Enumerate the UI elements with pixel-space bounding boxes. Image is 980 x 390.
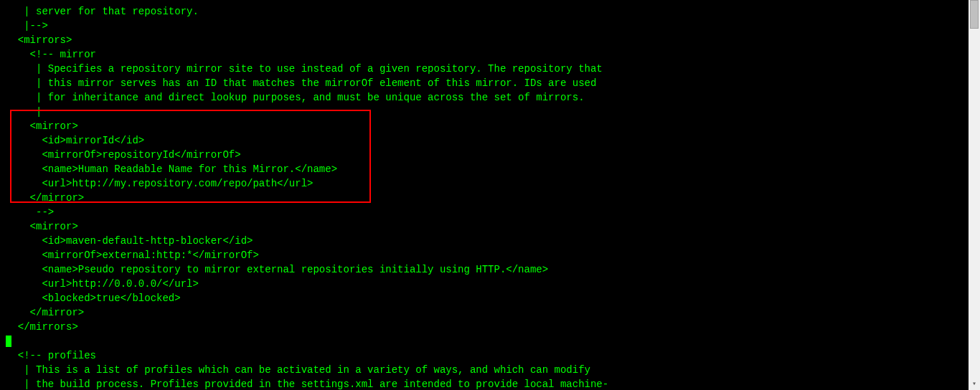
terminal-lines: | server for that repository. |--> <mirr…	[6, 4, 980, 390]
terminal-line: |-->	[6, 19, 980, 33]
terminal-line: <!-- profiles	[6, 348, 980, 363]
terminal-viewport: | server for that repository. |--> <mirr…	[0, 0, 980, 390]
terminal-line	[6, 334, 980, 348]
terminal-line: | This is a list of profiles which can b…	[6, 363, 980, 377]
terminal-line: <url>http://0.0.0.0/</url>	[6, 277, 980, 291]
terminal-line: </mirror>	[6, 305, 980, 320]
terminal-line: | this mirror serves has an ID that matc…	[6, 76, 980, 90]
terminal-line: | for inheritance and direct lookup purp…	[6, 90, 980, 105]
terminal-line: <mirrorOf>repositoryId</mirrorOf>	[6, 148, 980, 162]
terminal-line: | server for that repository.	[6, 4, 980, 19]
terminal-line: <mirrorOf>external:http:*</mirrorOf>	[6, 248, 980, 262]
scrollbar-thumb[interactable]	[970, 0, 979, 29]
terminal-line: </mirror>	[6, 191, 980, 205]
terminal-line: <id>maven-default-http-blocker</id>	[6, 234, 980, 248]
text-cursor	[6, 336, 11, 347]
terminal-line: <name>Pseudo repository to mirror extern…	[6, 262, 980, 277]
terminal-line: <mirror>	[6, 119, 980, 133]
terminal-line: -->	[6, 205, 980, 219]
scroll-down-arrow[interactable]: ▾	[969, 379, 980, 390]
terminal-line: <!-- mirror	[6, 47, 980, 62]
terminal-line: <name>Human Readable Name for this Mirro…	[6, 162, 980, 176]
terminal-line: </mirrors>	[6, 320, 980, 334]
terminal-line: <mirrors>	[6, 33, 980, 47]
terminal-line: |	[6, 105, 980, 119]
terminal-line: <id>mirrorId</id>	[6, 133, 980, 148]
vertical-scrollbar[interactable]: ▴ ▾	[969, 0, 980, 390]
terminal-line: <url>http://my.repository.com/repo/path<…	[6, 176, 980, 191]
terminal-line: <blocked>true</blocked>	[6, 291, 980, 305]
terminal-line: <mirror>	[6, 219, 980, 234]
terminal-line: | Specifies a repository mirror site to …	[6, 62, 980, 76]
terminal-line: | the build process. Profiles provided i…	[6, 377, 980, 390]
